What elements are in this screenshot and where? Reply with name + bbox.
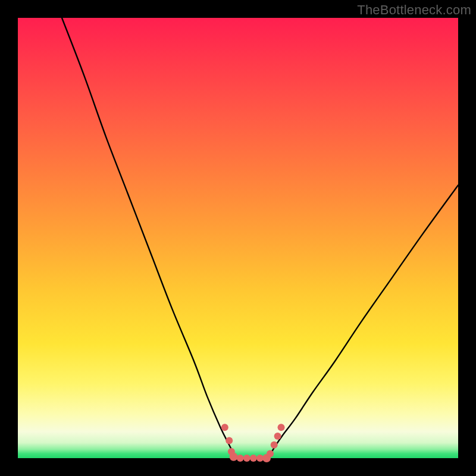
marker-dot	[271, 441, 278, 449]
curve-layer	[62, 18, 458, 458]
watermark-text: TheBottleneck.com	[357, 2, 471, 18]
series-right-branch	[269, 185, 458, 458]
marker-dot	[278, 424, 285, 431]
plot-area	[18, 18, 458, 458]
marker-layer	[221, 424, 285, 462]
marker-dot	[226, 437, 233, 444]
chart-svg	[18, 18, 458, 458]
marker-dot	[250, 455, 257, 462]
marker-dot	[267, 450, 274, 458]
marker-dot	[230, 453, 238, 461]
marker-dot	[221, 424, 228, 431]
series-left-branch	[62, 18, 234, 454]
marker-dot	[243, 455, 250, 462]
chart-frame: TheBottleneck.com	[0, 0, 476, 476]
marker-dot	[237, 455, 244, 462]
marker-dot	[274, 433, 281, 440]
